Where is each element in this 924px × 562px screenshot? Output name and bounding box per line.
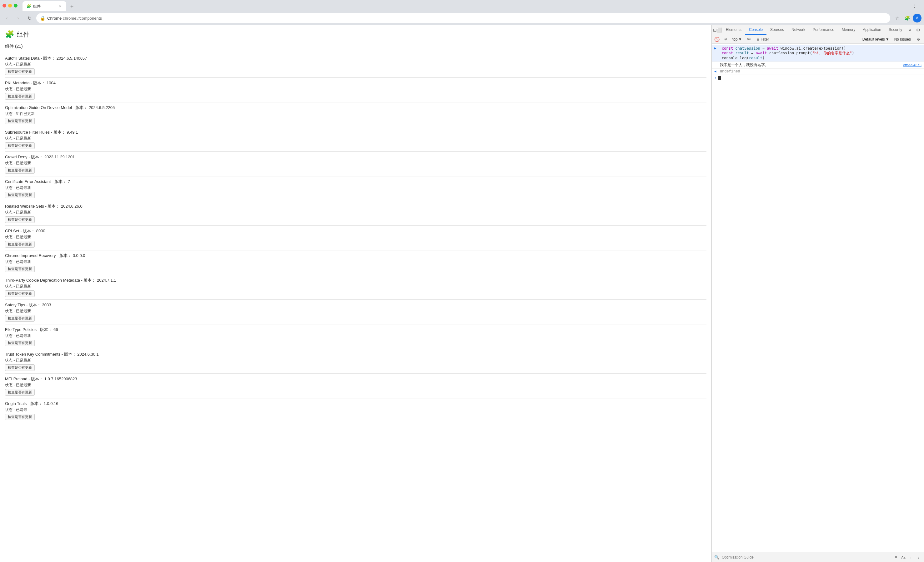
search-icon: 🔍	[714, 555, 719, 559]
component-name: MEI Preload - 版本： 1.0.7.1652906823	[5, 376, 706, 382]
check-update-button[interactable]: 检查是否有更新	[5, 167, 35, 173]
console-prompt-line[interactable]: ›	[712, 75, 924, 81]
component-status: 状态 - 已是最新	[5, 87, 706, 92]
no-issues-label: No Issues	[894, 37, 911, 42]
expand-arrow[interactable]: ▶	[714, 46, 718, 50]
page-header: 🧩 组件	[5, 30, 706, 39]
component-name: Certificate Error Assistant - 版本： 7	[5, 179, 706, 184]
component-status: 状态 - 组件已更新	[5, 111, 706, 117]
site-icon: 🔒	[40, 16, 45, 21]
console-search-input[interactable]	[722, 555, 890, 559]
filter-button[interactable]: ⊟ Filter	[754, 37, 772, 42]
search-prev-button[interactable]: ↑	[908, 554, 914, 561]
toggle-case-button[interactable]: Aa	[900, 554, 906, 561]
clear-console-button[interactable]: 🚫	[713, 36, 720, 43]
tab-security[interactable]: Security	[885, 25, 906, 35]
address-input[interactable]: 🔒 Chrome chrome://components	[36, 13, 890, 23]
check-update-button[interactable]: 检查是否有更新	[5, 118, 35, 124]
check-update-button[interactable]: 检查是否有更新	[5, 68, 35, 75]
context-selector[interactable]: top ▼	[730, 37, 744, 42]
check-update-button[interactable]: 检查是否有更新	[5, 389, 35, 396]
tab-application[interactable]: Application	[859, 25, 885, 35]
new-tab-button[interactable]: +	[68, 3, 76, 11]
component-status: 状态 - 已是最新	[5, 333, 706, 338]
console-toolbar: 🚫 ⊘ top ▼ 👁 ⊟ Filter Default levels ▼ No…	[712, 35, 924, 44]
more-tabs-button[interactable]: »	[906, 27, 914, 33]
component-name: Related Website Sets - 版本： 2024.6.26.0	[5, 203, 706, 209]
filter-icon: ⊟	[756, 37, 760, 42]
check-update-button[interactable]: 检查是否有更新	[5, 241, 35, 248]
tab-sources[interactable]: Sources	[766, 25, 788, 35]
devtools-icons: ⚙ ⋮ ✕	[914, 25, 924, 34]
filter-toggle-button[interactable]: ⊘	[722, 36, 729, 43]
clear-search-button[interactable]: ✕	[893, 554, 899, 561]
component-name: Safety Tips - 版本： 3033	[5, 302, 706, 308]
extensions-button[interactable]: 🧩	[903, 14, 912, 22]
component-item: Related Website Sets - 版本： 2024.6.26.0 状…	[5, 201, 706, 226]
component-name: Crowd Deny - 版本： 2023.11.29.1201	[5, 154, 706, 160]
search-input-bar	[722, 555, 890, 559]
issues-count-button[interactable]: ⚙	[914, 35, 923, 44]
tab-memory[interactable]: Memory	[838, 25, 859, 35]
check-update-button[interactable]: 检查是否有更新	[5, 290, 35, 297]
check-update-button[interactable]: 检查是否有更新	[5, 364, 35, 371]
check-update-button[interactable]: 检查是否有更新	[5, 192, 35, 198]
window-controls	[3, 4, 18, 7]
console-entry-input: ▶ const chatSession = await window.ai.cr…	[712, 45, 924, 62]
component-name: Subresource Filter Rules - 版本： 9.49.1	[5, 130, 706, 135]
component-name: CRLSet - 版本： 8900	[5, 228, 706, 234]
minimize-button[interactable]	[8, 4, 12, 7]
component-status: 状态 - 已是最新	[5, 308, 706, 314]
console-code-block: const chatSession = await window.ai.crea…	[722, 46, 854, 60]
console-output[interactable]: ▶ const chatSession = await window.ai.cr…	[712, 44, 924, 552]
content-area: 🧩 组件 组件 (21) Autofill States Data - 版本： …	[0, 25, 924, 562]
check-update-button[interactable]: 检查是否有更新	[5, 93, 35, 100]
prompt-arrow: ›	[714, 76, 717, 80]
address-url: chrome://components	[63, 16, 102, 21]
tab-network[interactable]: Network	[788, 25, 809, 35]
tab-bar: 🧩 组件 ✕ +	[20, 0, 908, 11]
devtools-settings-button[interactable]: ⚙	[914, 25, 922, 34]
default-levels-button[interactable]: Default levels ▼	[861, 37, 891, 42]
check-update-button[interactable]: 检查是否有更新	[5, 142, 35, 149]
component-item: PKI Metadata - 版本： 1004 状态 - 已是最新 检查是否有更…	[5, 78, 706, 102]
component-item: Trust Token Key Commitments - 版本： 2024.6…	[5, 349, 706, 374]
default-levels-icon: ▼	[885, 37, 889, 42]
devtools-inspect-button[interactable]: ⊡	[713, 26, 717, 34]
component-status: 状态 - 已是最新	[5, 185, 706, 190]
tab-performance[interactable]: Performance	[809, 25, 838, 35]
check-update-button[interactable]: 检查是否有更新	[5, 217, 35, 223]
collapse-arrow[interactable]: ◀	[714, 69, 718, 73]
search-actions: ✕ Aa ↑ ↓	[893, 554, 921, 561]
tab-elements[interactable]: Elements	[722, 25, 745, 35]
check-update-button[interactable]: 检查是否有更新	[5, 266, 35, 272]
tab-console[interactable]: Console	[745, 25, 766, 35]
search-next-button[interactable]: ↓	[915, 554, 921, 561]
reload-button[interactable]: ↻	[25, 14, 34, 22]
eye-button[interactable]: 👁	[745, 36, 753, 43]
component-item: Subresource Filter Rules - 版本： 9.49.1 状态…	[5, 127, 706, 152]
console-cursor	[718, 76, 721, 80]
close-button[interactable]	[3, 4, 6, 7]
check-update-button[interactable]: 检查是否有更新	[5, 340, 35, 346]
component-item: Autofill States Data - 版本： 2024.6.5.1406…	[5, 53, 706, 78]
check-update-button[interactable]: 检查是否有更新	[5, 315, 35, 321]
back-button[interactable]: ‹	[3, 14, 11, 22]
bookmark-button[interactable]: ☆	[893, 14, 902, 22]
component-name: Autofill States Data - 版本： 2024.6.5.1406…	[5, 55, 706, 61]
active-tab[interactable]: 🧩 组件 ✕	[22, 1, 66, 11]
devtools-device-button[interactable]: ⬜	[717, 26, 722, 34]
forward-button[interactable]: ›	[14, 14, 22, 22]
component-item: Safety Tips - 版本： 3033 状态 - 已是最新 检查是否有更新	[5, 300, 706, 324]
console-line-ref[interactable]: VM55546:3	[903, 63, 921, 67]
component-name: Origin Trials - 版本： 1.0.0.16	[5, 401, 706, 407]
maximize-button[interactable]	[14, 4, 18, 7]
profile-button[interactable]: A	[913, 14, 921, 22]
page-title: 组件	[17, 30, 29, 39]
no-issues-button[interactable]: No Issues	[892, 37, 913, 42]
check-update-button[interactable]: 检查是否有更新	[5, 414, 35, 420]
tab-close-button[interactable]: ✕	[57, 4, 63, 9]
chrome-menu-button[interactable]: ⋮	[910, 1, 919, 10]
component-item: CRLSet - 版本： 8900 状态 - 已是最新 检查是否有更新	[5, 226, 706, 250]
filter-label: Filter	[761, 37, 769, 42]
